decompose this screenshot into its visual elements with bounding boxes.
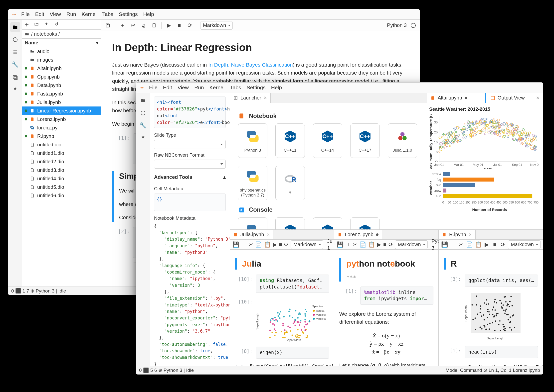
tab-launcher[interactable]: Launcher × xyxy=(230,93,271,103)
advanced-tools-header[interactable]: Advanced Tools▴ xyxy=(150,172,230,182)
menu-help[interactable]: Help xyxy=(271,84,282,91)
file-item[interactable]: Fasta.ipynb xyxy=(22,90,101,98)
launcher-card[interactable]: C++C++17 xyxy=(350,123,380,158)
paste-icon[interactable] xyxy=(150,21,158,30)
menu-kernel[interactable]: Kernel xyxy=(209,84,225,91)
breadcrumb[interactable]: / notebooks / xyxy=(22,30,101,39)
save-icon[interactable]: 💾 xyxy=(232,240,239,249)
slide-type-select[interactable] xyxy=(154,140,226,149)
stop-icon[interactable]: ■ xyxy=(279,240,282,249)
save-icon[interactable] xyxy=(104,21,112,30)
kernel-name[interactable]: Python 3 xyxy=(387,22,407,29)
cell-type-dropdown[interactable]: Markdown xyxy=(508,240,541,249)
launcher-card[interactable]: C++C++11 xyxy=(275,217,305,229)
paste-icon[interactable]: 📋 xyxy=(475,240,482,249)
run-icon[interactable]: ▶ xyxy=(484,240,490,249)
copy-icon[interactable]: 📄 xyxy=(466,240,473,249)
file-item[interactable]: Cpp.ipynb xyxy=(22,73,101,81)
menu-tabs[interactable]: Tabs xyxy=(102,11,113,18)
settings-rail-icon[interactable]: 🔧 xyxy=(138,120,148,130)
commands-rail-icon[interactable] xyxy=(10,47,20,57)
running-rail-icon[interactable] xyxy=(138,108,148,118)
insert-cell-icon[interactable]: ＋ xyxy=(118,21,127,30)
launcher-card[interactable]: C++C++14 xyxy=(313,217,342,229)
close-icon[interactable]: × xyxy=(469,231,472,238)
file-item[interactable]: Linear Regression.ipynb xyxy=(22,106,101,115)
file-item[interactable]: images xyxy=(22,56,101,64)
cut-icon[interactable]: ✂ xyxy=(249,240,253,249)
menu-help[interactable]: Help xyxy=(143,11,154,18)
file-item[interactable]: Lorenz.ipynb xyxy=(22,115,101,123)
launcher-card[interactable]: C++C++11 xyxy=(275,123,305,158)
launcher-card[interactable]: phylogenetics (Python 3.7) xyxy=(238,166,267,200)
tab-julia[interactable]: Julia.ipynb× xyxy=(230,230,273,239)
launcher-card[interactable]: Python 3 xyxy=(238,217,267,229)
stop-icon[interactable]: ■ xyxy=(492,240,498,249)
stop-icon[interactable]: ■ xyxy=(175,21,184,30)
file-item[interactable]: untitled2.dio xyxy=(22,157,101,166)
tab-altair[interactable]: Altair.ipynb xyxy=(427,93,485,103)
menu-run[interactable]: Run xyxy=(194,84,204,91)
file-item[interactable]: untitled5.dio xyxy=(22,183,101,191)
menu-run[interactable]: Run xyxy=(66,11,76,18)
stop-icon[interactable]: ■ xyxy=(383,240,386,249)
launcher-card[interactable]: Julia 1.1.0 xyxy=(388,123,417,158)
cell-type-dropdown[interactable]: Markdown xyxy=(200,21,233,30)
code-cell[interactable]: [1]: %matplotlib inline from ipywidgets … xyxy=(339,287,433,305)
run-icon[interactable]: ▶ xyxy=(273,240,277,249)
naive-bayes-link[interactable]: In Depth: Naive Bayes Classification xyxy=(208,62,293,68)
restart-icon[interactable]: ⟳ xyxy=(388,240,393,249)
cell-type-dropdown[interactable]: Markdown xyxy=(395,240,427,249)
launcher-card[interactable]: Python 3 xyxy=(238,123,267,158)
file-item[interactable]: untitled6.dio xyxy=(22,191,101,200)
file-item[interactable]: untitled1.dio xyxy=(22,149,101,157)
tab-output-view[interactable]: Output View × xyxy=(485,93,543,103)
files-rail-icon[interactable] xyxy=(10,22,20,32)
refresh-icon[interactable] xyxy=(54,21,59,28)
code-cell[interactable]: [8]: eigen(x) xyxy=(235,347,329,359)
insert-cell-icon[interactable]: ＋ xyxy=(346,240,351,249)
cut-icon[interactable]: ✂ xyxy=(353,240,358,249)
file-item[interactable]: audio xyxy=(22,47,101,56)
new-launcher-button[interactable]: + xyxy=(25,21,29,28)
extensions-rail-icon[interactable] xyxy=(10,85,20,95)
paste-icon[interactable]: 📋 xyxy=(368,240,375,249)
notebook-metadata-editor[interactable]: { "kernelspec": { "display_name": "Pytho… xyxy=(154,223,226,366)
copy-icon[interactable] xyxy=(139,21,148,30)
file-list-header[interactable]: Name ▾ xyxy=(22,39,101,47)
menu-settings[interactable]: Settings xyxy=(119,11,138,18)
menu-tabs[interactable]: Tabs xyxy=(230,84,241,91)
menu-view[interactable]: View xyxy=(178,84,189,91)
code-cell[interactable]: [1]: head(iris) xyxy=(444,346,538,358)
close-icon[interactable]: × xyxy=(267,231,270,238)
run-icon[interactable]: ▶ xyxy=(165,21,173,30)
files-rail-icon[interactable] xyxy=(138,96,148,105)
file-item[interactable]: untitled4.dio xyxy=(22,174,101,183)
upload-icon[interactable] xyxy=(44,21,49,28)
launcher-card[interactable]: RR xyxy=(275,166,305,200)
file-item[interactable]: untitled3.dio xyxy=(22,166,101,174)
cut-icon[interactable]: ✂ xyxy=(129,21,137,30)
menu-view[interactable]: View xyxy=(50,11,61,18)
file-item[interactable]: Julia.ipynb xyxy=(22,98,101,106)
settings-rail-icon[interactable]: 🔧 xyxy=(10,60,20,70)
paste-icon[interactable]: 📋 xyxy=(264,240,271,249)
tabs-rail-icon[interactable] xyxy=(10,72,20,82)
launcher-card[interactable]: C++C++17 xyxy=(350,217,380,229)
file-item[interactable]: lorenz.py xyxy=(22,123,101,132)
cell-type-dropdown[interactable]: Markdown xyxy=(291,240,323,249)
restart-icon[interactable]: ⟳ xyxy=(284,240,289,249)
running-rail-icon[interactable] xyxy=(10,35,20,45)
close-icon[interactable]: × xyxy=(536,94,539,102)
code-cell[interactable]: [10]: using RDatasets, Gadfly plot(datas… xyxy=(235,275,329,293)
code-cell[interactable]: [3]: ggplot(data=iris, aes(x=Sepal.Len xyxy=(444,275,538,287)
menu-settings[interactable]: Settings xyxy=(247,84,266,91)
menu-kernel[interactable]: Kernel xyxy=(82,11,97,18)
restart-icon[interactable]: ⟳ xyxy=(185,21,194,30)
insert-cell-icon[interactable]: ＋ xyxy=(241,240,247,249)
restart-icon[interactable]: ⟳ xyxy=(500,240,506,249)
copy-icon[interactable]: 📄 xyxy=(255,240,262,249)
cut-icon[interactable]: ✂ xyxy=(458,240,464,249)
extensions-rail-icon[interactable] xyxy=(138,133,148,143)
file-item[interactable]: R.ipynb xyxy=(22,132,101,140)
